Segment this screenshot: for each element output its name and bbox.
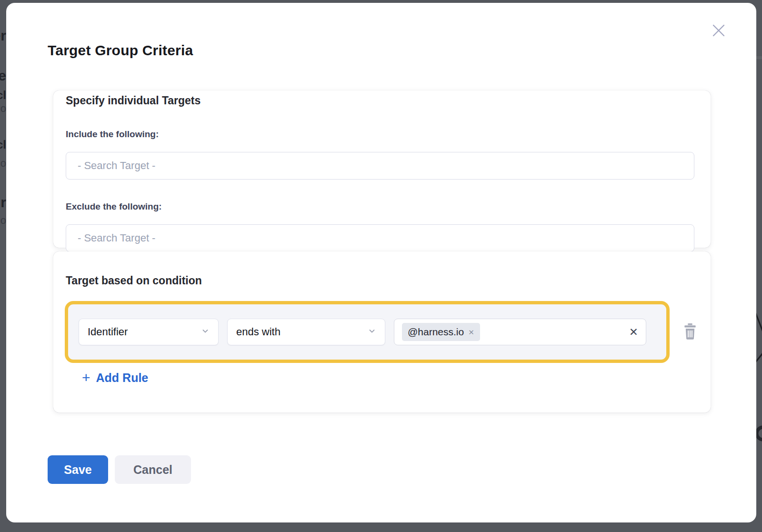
background-text-fragment: o xyxy=(0,157,6,176)
background-text-fragment: o xyxy=(0,214,6,233)
include-label: Include the following: xyxy=(66,129,698,140)
screen: erpeclocloro Target Group Criteria Speci… xyxy=(0,0,762,532)
dialog-title: Target Group Criteria xyxy=(48,42,193,59)
background-graphic-fragment xyxy=(756,425,762,442)
include-target-search-input[interactable] xyxy=(66,152,694,180)
trash-icon xyxy=(682,322,698,340)
value-chip: @harness.io ✕ xyxy=(402,323,480,341)
operator-select-value: ends with xyxy=(236,326,281,338)
value-chip-label: @harness.io xyxy=(408,326,464,338)
individual-targets-heading: Specify individual Targets xyxy=(66,94,698,107)
background-text-fragment: o xyxy=(0,102,6,121)
add-rule-button[interactable]: + Add Rule xyxy=(82,371,148,385)
values-tag-input[interactable]: @harness.io ✕ ✕ xyxy=(394,319,646,345)
individual-targets-card: Specify individual Targets Include the f… xyxy=(53,90,711,248)
condition-card: Target based on condition Identifier end… xyxy=(53,251,711,412)
cancel-button[interactable]: Cancel xyxy=(115,455,191,484)
attribute-select-value: Identifier xyxy=(88,326,128,338)
chevron-down-icon xyxy=(368,327,376,337)
dialog-actions: Save Cancel xyxy=(48,455,191,484)
target-group-criteria-dialog: Target Group Criteria Specify individual… xyxy=(6,3,756,522)
background-graphic-fragment xyxy=(756,307,762,369)
chip-remove-icon[interactable]: ✕ xyxy=(468,329,474,336)
operator-select[interactable]: ends with xyxy=(227,319,385,345)
clear-values-icon[interactable]: ✕ xyxy=(629,327,638,338)
plus-icon: + xyxy=(82,371,90,385)
exclude-target-search-input[interactable] xyxy=(66,224,694,252)
add-rule-label: Add Rule xyxy=(96,371,149,385)
exclude-label: Exclude the following: xyxy=(66,201,698,212)
condition-rule-row: Identifier ends with @harness.io ✕ xyxy=(65,301,670,363)
attribute-select[interactable]: Identifier xyxy=(79,319,219,345)
background-text-fragment: pe xyxy=(0,68,6,87)
background-text-fragment: r xyxy=(0,194,6,213)
delete-rule-button[interactable] xyxy=(681,322,700,341)
save-button[interactable]: Save xyxy=(48,455,108,484)
condition-heading: Target based on condition xyxy=(66,274,698,287)
chevron-down-icon xyxy=(201,327,210,337)
background-text-fragment: er xyxy=(0,28,6,47)
close-icon[interactable] xyxy=(708,20,729,41)
background-text-fragment: cl xyxy=(0,138,6,157)
background-graphic-fragment xyxy=(756,56,762,59)
